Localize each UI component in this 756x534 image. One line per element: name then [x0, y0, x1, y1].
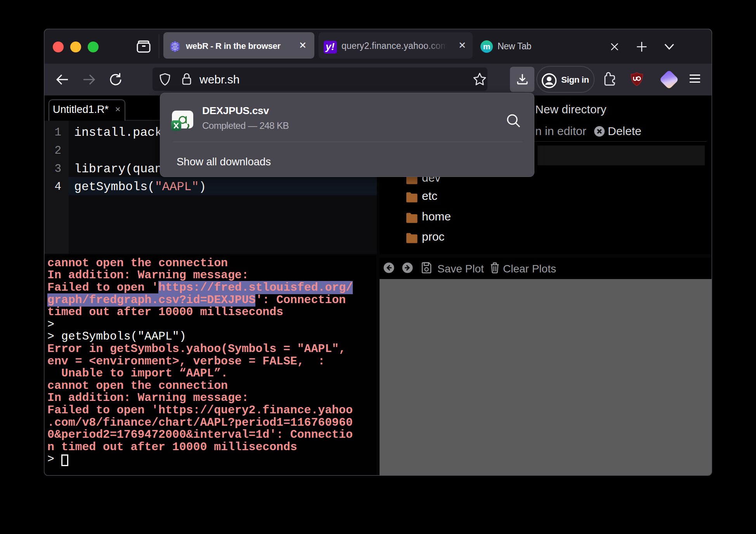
svg-text:webR: webR	[173, 46, 177, 48]
